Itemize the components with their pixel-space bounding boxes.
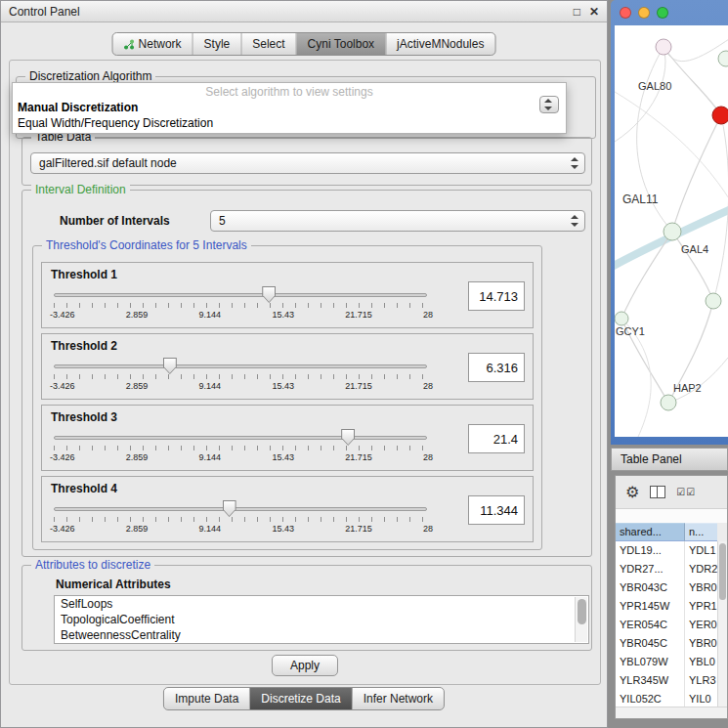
algorithm-option-manual[interactable]: Manual Discretization: [18, 101, 138, 114]
threshold-2-slider-thumb[interactable]: [163, 358, 177, 374]
cell[interactable]: YBL0: [685, 653, 717, 671]
cell[interactable]: YBR0: [685, 578, 717, 597]
tab-jactivemnodules[interactable]: jActiveMNodules: [386, 33, 494, 55]
cell[interactable]: YIL0: [685, 690, 717, 707]
tab-style[interactable]: Style: [193, 33, 242, 55]
combo-arrows-icon: [544, 99, 553, 110]
attributes-group: Attributes to discretize Numerical Attri…: [21, 565, 592, 651]
threshold-2-value-field[interactable]: 6.316: [468, 353, 525, 382]
gear-icon[interactable]: ⚙: [625, 485, 639, 500]
cell[interactable]: YBL079W: [616, 653, 685, 671]
tab-infer-network[interactable]: Infer Network: [353, 688, 444, 709]
apply-button[interactable]: Apply: [272, 655, 338, 676]
node-label-gal80: GAL80: [638, 80, 671, 92]
close-icon[interactable]: ✕: [589, 6, 599, 18]
table-horizontal-scrollbar[interactable]: [616, 707, 727, 718]
network-node[interactable]: [706, 293, 721, 309]
tab-select[interactable]: Select: [241, 33, 296, 55]
cell[interactable]: YLR3: [685, 671, 717, 690]
network-node-gal4[interactable]: [664, 223, 681, 240]
table-row[interactable]: YPR145WYPR1: [616, 597, 717, 616]
cell[interactable]: YPR145W: [616, 597, 685, 616]
threshold-4-label: Threshold 4: [51, 482, 117, 495]
number-of-intervals-combobox[interactable]: 5: [210, 210, 585, 232]
table-row[interactable]: YLR345WYLR3: [616, 671, 717, 690]
list-item[interactable]: TopologicalCoefficient: [55, 612, 588, 627]
threshold-3-tick-marks: [54, 446, 427, 450]
control-panel-window: Control Panel □ ✕ Network Style Select: [0, 0, 608, 728]
scrollbar-thumb[interactable]: [578, 599, 586, 624]
threshold-2-scale: -3.426 2.859 9.144 15.43 21.715 28: [50, 381, 433, 391]
cell[interactable]: YDL1: [685, 541, 717, 560]
cell[interactable]: YIL052C: [616, 690, 685, 707]
float-window-icon[interactable]: □: [574, 6, 580, 18]
list-item[interactable]: SelfLoops: [55, 596, 588, 612]
table-vertical-scrollbar[interactable]: [717, 541, 727, 707]
table-data-combobox[interactable]: galFiltered.sif default node: [30, 152, 585, 174]
threshold-1-slider-thumb[interactable]: [262, 286, 276, 303]
numerical-attributes-label: Numerical Attributes: [56, 578, 171, 591]
cell[interactable]: YBR043C: [616, 578, 685, 597]
threshold-3-value-field[interactable]: 21.4: [468, 424, 525, 453]
column-header-name[interactable]: n...: [685, 523, 717, 541]
threshold-4-slider-thumb[interactable]: [223, 500, 236, 517]
cell[interactable]: YBR0: [685, 634, 717, 653]
cell[interactable]: YER0: [685, 616, 717, 634]
scale-label: 21.715: [345, 381, 372, 391]
list-item[interactable]: BetweennessCentrality: [55, 627, 588, 643]
threshold-1-slider-track[interactable]: [54, 293, 427, 297]
tab-impute-data[interactable]: Impute Data: [164, 688, 250, 709]
scale-label: 28: [423, 381, 433, 391]
threshold-2-label: Threshold 2: [51, 339, 117, 353]
minimize-traffic-light[interactable]: [638, 7, 650, 19]
table-row[interactable]: YDR27...YDR2: [616, 560, 717, 578]
table-row[interactable]: YDL19...YDL1: [616, 541, 717, 560]
cell[interactable]: YDR27...: [616, 560, 685, 578]
tab-cyni-toolbox[interactable]: Cyni Toolbox: [297, 33, 386, 55]
cell[interactable]: YDR2: [685, 560, 717, 578]
cell[interactable]: YPR1: [685, 597, 717, 616]
network-canvas[interactable]: GAL80 GAL11 GAL4 GCY1 HAP2: [615, 25, 728, 437]
table-panel-toolbar: ⚙ ☑☑: [616, 476, 727, 509]
cell[interactable]: YER054C: [616, 616, 685, 634]
threshold-3-slider-thumb[interactable]: [341, 429, 355, 446]
network-node-hap2[interactable]: [661, 395, 676, 410]
table-panel-header[interactable]: Table Panel: [611, 448, 728, 471]
table-row[interactable]: YIL052CYIL0: [616, 690, 717, 707]
scale-label: 15.43: [272, 452, 294, 462]
network-node-selected[interactable]: [712, 107, 728, 124]
threshold-coordinates-group-title: Threshold's Coordinates for 5 Intervals: [42, 238, 251, 252]
threshold-3-slider-track[interactable]: [54, 436, 427, 440]
cell[interactable]: YBR045C: [616, 634, 685, 653]
table-row[interactable]: YBR043CYBR0: [616, 578, 717, 597]
threshold-1-label: Threshold 1: [51, 268, 117, 281]
attributes-list-scrollbar[interactable]: [575, 597, 587, 642]
algorithm-combo-button[interactable]: [539, 96, 559, 113]
scrollbar-thumb[interactable]: [719, 543, 726, 600]
table-rows: YDL19...YDL1 YDR27...YDR2 YBR043CYBR0 YP…: [616, 541, 717, 707]
algorithm-option-equal-width[interactable]: Equal Width/Frequency Discretization: [18, 116, 213, 130]
table-row[interactable]: YER054CYER0: [616, 616, 717, 634]
threshold-2-slider-track[interactable]: [54, 364, 427, 368]
tab-discretize-data[interactable]: Discretize Data: [250, 688, 352, 709]
columns-icon[interactable]: [650, 486, 665, 498]
tab-network[interactable]: Network: [113, 33, 193, 55]
table-row[interactable]: YBR045CYBR0: [616, 634, 717, 653]
zoom-traffic-light[interactable]: [657, 7, 668, 19]
select-rows-icons[interactable]: ☑☑: [676, 487, 696, 497]
cell[interactable]: YLR345W: [616, 671, 685, 690]
combo-arrows-icon: [571, 215, 579, 227]
tab-jactivemnodules-label: jActiveMNodules: [397, 37, 484, 51]
network-node-gcy1[interactable]: [615, 312, 628, 325]
table-row[interactable]: YBL079WYBL0: [616, 653, 717, 671]
threshold-4-value-field[interactable]: 11.344: [468, 495, 525, 525]
threshold-4-slider-track[interactable]: [54, 507, 427, 511]
network-node[interactable]: [656, 39, 671, 55]
network-node[interactable]: [718, 51, 728, 66]
close-traffic-light[interactable]: [620, 7, 631, 19]
tab-network-label: Network: [139, 37, 182, 51]
window-title: Control Panel: [9, 5, 565, 19]
column-header-shared-name[interactable]: shared...: [616, 523, 685, 541]
cell[interactable]: YDL19...: [616, 541, 685, 560]
threshold-1-value-field[interactable]: 14.713: [468, 281, 525, 311]
